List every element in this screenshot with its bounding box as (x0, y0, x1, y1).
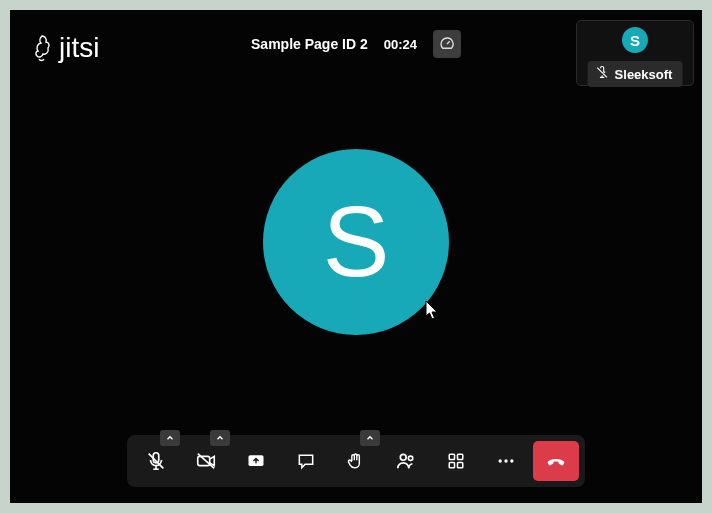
svg-rect-3 (198, 456, 210, 465)
performance-button[interactable] (433, 30, 461, 58)
chat-button[interactable] (283, 441, 329, 481)
jitsi-icon (30, 33, 54, 63)
video-conference-app: jitsi Sample Page ID 2 00:24 S (10, 10, 702, 503)
hangup-button[interactable] (533, 441, 579, 481)
raise-hand-button[interactable] (333, 441, 379, 481)
tile-view-button[interactable] (433, 441, 479, 481)
svg-point-6 (400, 454, 406, 460)
camera-button[interactable] (183, 441, 229, 481)
more-actions-button[interactable] (483, 441, 529, 481)
camera-options-chevron[interactable] (210, 430, 230, 446)
toolbar (127, 435, 585, 487)
mic-muted-icon (596, 66, 609, 82)
mouse-cursor (425, 300, 441, 326)
svg-point-7 (408, 456, 412, 460)
room-title: Sample Page ID 2 (251, 36, 368, 52)
thumbnail-name: Sleeksoft (615, 67, 673, 82)
svg-rect-9 (458, 454, 463, 459)
call-timer: 00:24 (384, 37, 417, 52)
thumbnail-avatar: S (622, 27, 648, 53)
svg-point-13 (504, 459, 507, 462)
main-avatar: S (263, 149, 449, 335)
mic-button[interactable] (133, 441, 179, 481)
svg-rect-10 (449, 463, 454, 468)
brand-logo: jitsi (30, 32, 99, 64)
thumbnail-label: Sleeksoft (588, 61, 683, 87)
header-center: Sample Page ID 2 00:24 (251, 30, 461, 58)
svg-rect-8 (449, 454, 454, 459)
svg-point-12 (499, 459, 502, 462)
screenshare-button[interactable] (233, 441, 279, 481)
svg-point-14 (510, 459, 513, 462)
brand-name: jitsi (59, 32, 99, 64)
thumbnail-initial: S (630, 32, 640, 49)
main-avatar-initial: S (323, 184, 390, 299)
svg-rect-11 (458, 463, 463, 468)
participant-thumbnail[interactable]: S Sleeksoft (576, 20, 694, 86)
mic-options-chevron[interactable] (160, 430, 180, 446)
participants-button[interactable] (383, 441, 429, 481)
reactions-chevron[interactable] (360, 430, 380, 446)
